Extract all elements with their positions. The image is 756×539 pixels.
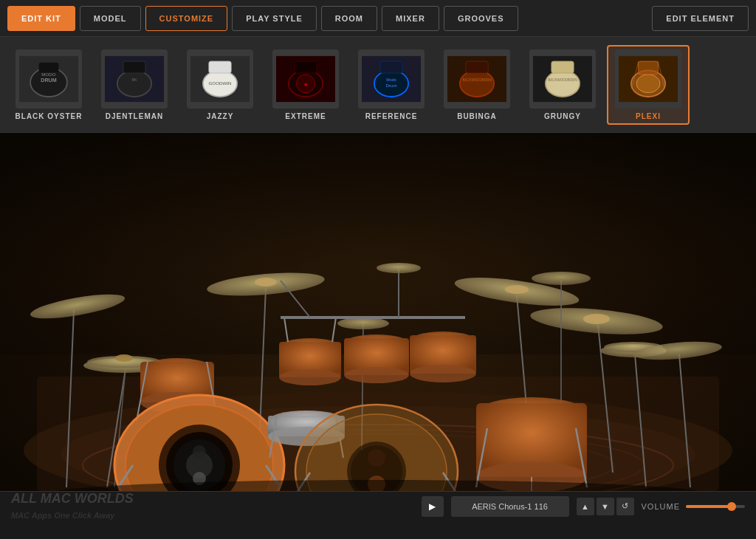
mixer-button[interactable]: MIXER: [382, 6, 439, 31]
transport-down[interactable]: ▼: [597, 498, 614, 515]
svg-point-6: [117, 70, 151, 97]
watermark-subtext: MAC Apps One Click Away: [11, 511, 114, 520]
svg-point-107: [505, 285, 529, 294]
preset-jazzy-thumb: GOODWIN: [187, 49, 253, 109]
watermark-text: ALL MAC WORLDS: [11, 491, 134, 506]
presets-row: MODO DRUM BLACK OYSTER BK DJENTLEMAN GOO…: [0, 37, 756, 133]
svg-point-33: [636, 74, 660, 92]
preset-reference-label: REFERENCE: [365, 112, 418, 120]
volume-slider[interactable]: [686, 505, 745, 508]
svg-text:DRUM: DRUM: [41, 78, 56, 83]
svg-rect-17: [295, 61, 317, 73]
top-navigation: EDIT KIT MODEL CUSTOMIZE PLAY STYLE ROOM…: [0, 0, 756, 37]
preset-grungy-thumb: BACKWOODBORN: [529, 49, 596, 109]
preset-bubinga-thumb: BACKWOODBORN: [444, 49, 510, 109]
svg-point-110: [583, 314, 610, 324]
preset-black-oyster[interactable]: MODO DRUM BLACK OYSTER: [7, 47, 90, 123]
preset-jazzy-label: JAZZY: [207, 112, 234, 120]
preset-jazzy[interactable]: GOODWIN JAZZY: [179, 47, 261, 123]
preset-extreme[interactable]: ★ EXTREME: [264, 47, 347, 123]
drum-kit-area[interactable]: [0, 133, 756, 491]
edit-element-button[interactable]: EDIT ELEMENT: [652, 6, 749, 31]
play-style-button[interactable]: PLAY STYLE: [232, 6, 317, 31]
transport-controls: ▲ ▼ ↺: [577, 498, 634, 515]
preset-grungy[interactable]: BACKWOODBORN GRUNGY: [521, 47, 604, 123]
preset-reference-thumb: Modo Drum: [358, 49, 425, 109]
svg-point-112: [532, 272, 591, 285]
transport-up[interactable]: ▲: [577, 498, 594, 515]
preset-djentleman[interactable]: BK DJENTLEMAN: [93, 47, 176, 123]
svg-rect-8: [123, 61, 145, 73]
grooves-button[interactable]: GROOVES: [444, 6, 518, 31]
preset-grungy-label: GRUNGY: [544, 112, 581, 120]
volume-section: VOLUME: [642, 502, 745, 511]
svg-point-104: [410, 365, 476, 382]
svg-text:★: ★: [303, 81, 309, 87]
svg-text:Modo: Modo: [386, 77, 396, 81]
watermark: ALL MAC WORLDS MAC Apps One Click Away: [11, 491, 414, 522]
svg-point-70: [193, 445, 206, 459]
volume-fill: [686, 505, 730, 508]
svg-text:GOODWIN: GOODWIN: [208, 80, 231, 86]
svg-rect-34: [639, 61, 659, 75]
preset-extreme-label: EXTREME: [285, 112, 326, 120]
svg-rect-30: [551, 61, 574, 73]
svg-point-127: [377, 263, 421, 273]
transport-refresh[interactable]: ↺: [616, 498, 634, 515]
preset-plexi-thumb: [615, 49, 681, 109]
svg-rect-4: [39, 62, 59, 72]
preset-black-oyster-label: BLACK OYSTER: [16, 112, 83, 120]
svg-point-101: [344, 367, 409, 383]
svg-point-49: [115, 354, 133, 362]
volume-label: VOLUME: [642, 502, 680, 511]
svg-point-59: [255, 278, 277, 286]
svg-point-28: [546, 70, 580, 97]
preset-djentleman-thumb: BK: [101, 49, 168, 109]
bottom-bar: ALL MAC WORLDS MAC Apps One Click Away ▶…: [0, 491, 756, 521]
preset-plexi[interactable]: PLEXI: [607, 45, 690, 125]
svg-point-61: [337, 317, 389, 329]
svg-rect-22: [380, 61, 402, 73]
preset-extreme-thumb: ★: [272, 49, 339, 109]
preset-plexi-label: PLEXI: [636, 112, 661, 120]
preset-bubinga[interactable]: BACKWOODBORN BUBINGA: [436, 47, 518, 123]
svg-text:Drum: Drum: [385, 82, 396, 87]
svg-point-90: [368, 449, 385, 467]
model-button[interactable]: MODEL: [80, 6, 141, 31]
svg-point-96: [279, 369, 341, 385]
preset-bubinga-label: BUBINGA: [457, 112, 497, 120]
svg-text:BK: BK: [131, 77, 137, 81]
svg-text:BACKWOODBORN: BACKWOODBORN: [462, 78, 491, 81]
preset-black-oyster-thumb: MODO DRUM: [16, 49, 82, 109]
play-button[interactable]: ▶: [422, 496, 444, 517]
svg-point-24: [460, 70, 494, 97]
track-name: AERIS Chorus-1 116: [451, 496, 569, 517]
svg-text:BACKWOODBORN: BACKWOODBORN: [548, 78, 577, 81]
edit-kit-button[interactable]: EDIT KIT: [7, 6, 75, 31]
svg-rect-26: [466, 61, 488, 73]
customize-button[interactable]: CUSTOMIZE: [145, 6, 228, 31]
preset-djentleman-label: DJENTLEMAN: [106, 112, 163, 120]
room-button[interactable]: ROOM: [321, 6, 377, 31]
volume-knob[interactable]: [727, 502, 736, 511]
svg-rect-12: [209, 61, 231, 73]
preset-reference[interactable]: Modo Drum REFERENCE: [350, 47, 433, 123]
